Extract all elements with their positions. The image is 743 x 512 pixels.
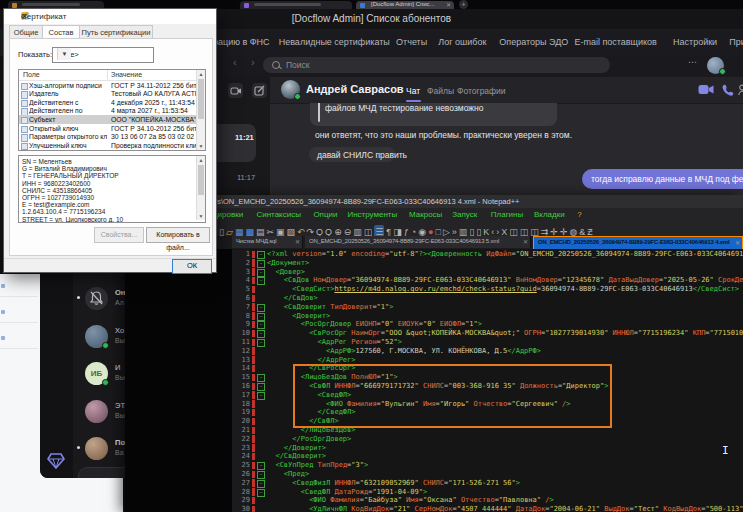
admin-nav-item-1[interactable]: Невалидные сертификаты bbox=[279, 37, 390, 47]
line-number: 4 bbox=[232, 276, 250, 285]
tab-close-icon[interactable]: ✕ bbox=[446, 1, 451, 8]
fold-marker-icon[interactable]: − bbox=[257, 471, 265, 479]
code-line-28: 28− <СведФЛ ДатаРожд="1991-04-09"> bbox=[232, 488, 743, 497]
line-number: 6 bbox=[232, 294, 250, 303]
admin-nav-item-6[interactable]: Настройки bbox=[673, 37, 717, 47]
notepad-tab-0[interactable]: Чистка МЧД.sql✕ bbox=[232, 236, 303, 248]
ok-button[interactable]: ОК bbox=[172, 259, 212, 274]
outgoing-message: тогда исправлю данные в МЧД под фейк из … bbox=[582, 169, 743, 189]
reply-quote-block[interactable]: но пока они не дадут нам архивы файлов М… bbox=[310, 103, 557, 126]
notepad-menu-help[interactable]: ? bbox=[577, 210, 581, 219]
back-arrow-icon[interactable]: ‹ bbox=[233, 56, 237, 68]
fold-marker-icon[interactable]: − bbox=[257, 330, 265, 338]
fold-marker-icon[interactable]: − bbox=[257, 251, 265, 259]
cert-field-row-3[interactable]: Действителен по4 марта 2027 г., 11:53:54 bbox=[19, 107, 197, 116]
fold-marker-icon[interactable]: − bbox=[257, 383, 265, 391]
divider bbox=[0, 296, 38, 297]
line-number: 1 bbox=[232, 250, 250, 259]
code-text: <Пред> bbox=[267, 470, 309, 479]
fold-marker-icon[interactable]: − bbox=[257, 489, 265, 497]
fold-marker-icon[interactable]: − bbox=[257, 269, 265, 277]
cert-field-row-5[interactable]: Открытый ключГОСТ Р 34.10-2012 256 бит (… bbox=[19, 124, 197, 133]
tab-files[interactable]: Файлы bbox=[427, 86, 454, 96]
fold-marker-icon[interactable]: − bbox=[257, 480, 265, 488]
admin-nav-item-0[interactable]: рацию в ФНС bbox=[213, 37, 270, 47]
fold-marker-icon[interactable]: − bbox=[257, 339, 265, 347]
cert-field-row-2[interactable]: Действителен с4 декабря 2025 г., 11:43:5… bbox=[19, 98, 197, 107]
dialog-title-bar[interactable]: Сертификат ✕ bbox=[4, 9, 216, 24]
fold-marker-icon[interactable]: − bbox=[257, 304, 265, 312]
tab-chat[interactable]: Чат bbox=[406, 86, 420, 96]
fold-marker-icon[interactable]: − bbox=[257, 462, 265, 470]
scroll-thumb[interactable] bbox=[198, 79, 204, 119]
add-member-icon[interactable] bbox=[738, 84, 743, 96]
tab-close-icon[interactable]: ✕ bbox=[523, 238, 528, 245]
notepad-tab-2[interactable]: ON_EMCHD_20250526_36094974-8B89-29FC-E06… bbox=[533, 236, 743, 249]
notepad-menu-5[interactable]: Запуск bbox=[452, 210, 477, 219]
cert-field-row-1[interactable]: ИздательТестовый АО КАЛУГА АСТРА... bbox=[19, 90, 197, 99]
fold-marker-icon[interactable]: − bbox=[257, 374, 265, 382]
scroll-down-icon[interactable]: ▼ bbox=[197, 142, 205, 150]
dialog-tab-page: Показать: <Все> ▼ Поле Значение Хэш-алго… bbox=[9, 38, 213, 256]
notepad-menu-3[interactable]: Инструменты bbox=[347, 210, 397, 219]
notepad-title-bar[interactable]: ds\ON_EMCHD_20250526_36094974-8B89-29FC-… bbox=[125, 195, 743, 208]
fold-marker-icon[interactable]: − bbox=[257, 260, 265, 268]
browser-tab-2[interactable] bbox=[240, 1, 352, 9]
copy-to-file-button[interactable]: Копировать в файл... bbox=[146, 227, 210, 243]
notepad-tab-1[interactable]: ON_EMCHD_20250526_36094974-8B89-29FC-E06… bbox=[305, 236, 531, 248]
fields-list[interactable]: Поле Значение Хэш-алгоритм подписиГОСТ Р… bbox=[18, 69, 206, 151]
scroll-down-icon[interactable]: ▼ bbox=[197, 212, 205, 220]
new-chat-button[interactable] bbox=[252, 83, 267, 98]
admin-nav-item-2[interactable]: Отчеты bbox=[396, 37, 427, 47]
new-call-button[interactable] bbox=[228, 83, 243, 98]
admin-nav-item-4[interactable]: Операторы ЭДО bbox=[499, 37, 568, 47]
details-box[interactable]: SN = МелентьевG = Виталий ВладимировичT … bbox=[18, 155, 206, 223]
detail-line-7: 1.2.643.100.4 = 7715196234 bbox=[22, 208, 105, 215]
notepad-menu-2[interactable]: Опции bbox=[313, 210, 337, 219]
fold-marker-icon[interactable]: − bbox=[257, 392, 265, 400]
scroll-up-icon[interactable]: ▲ bbox=[197, 70, 205, 78]
new-tab-button[interactable]: + bbox=[459, 0, 468, 9]
fold-marker-icon[interactable]: − bbox=[257, 277, 265, 285]
fold-marker-icon[interactable]: − bbox=[257, 313, 265, 321]
tab-photos[interactable]: Фотографии bbox=[457, 86, 506, 96]
list-scrollbar[interactable]: ▲ ▼ bbox=[196, 70, 205, 150]
show-label: Показать: bbox=[18, 50, 52, 59]
scroll-up-icon[interactable]: ▲ bbox=[197, 156, 205, 164]
details-scrollbar[interactable]: ▲ ▼ bbox=[196, 156, 205, 220]
phone-call-icon[interactable] bbox=[722, 84, 734, 96]
code-text: <УдЛичнФЛ КодВидДок="21" СерНомДок="4507… bbox=[267, 505, 743, 512]
close-icon[interactable]: ✕ bbox=[21, 12, 210, 21]
line-number: 8 bbox=[232, 312, 250, 321]
search-input[interactable]: Поиск bbox=[263, 57, 610, 73]
scroll-thumb[interactable] bbox=[198, 165, 204, 195]
cert-field-row-0[interactable]: Хэш-алгоритм подписиГОСТ Р 34.11-2012 25… bbox=[19, 81, 197, 90]
annotation-rectangle bbox=[293, 364, 612, 428]
premium-diamond-icon[interactable] bbox=[47, 453, 65, 469]
admin-nav-item-7[interactable]: Приглашения bbox=[729, 37, 743, 47]
browser-tab-active[interactable]: [Docflow Admin] Спис... ✕ bbox=[356, 1, 454, 9]
change-marker bbox=[252, 418, 255, 426]
video-call-icon[interactable] bbox=[698, 84, 714, 95]
notepad-menu-1[interactable]: Синтаксисы bbox=[256, 210, 301, 219]
notepad-menu-7[interactable]: Вкладки bbox=[534, 210, 565, 219]
admin-nav-item-3[interactable]: Лог ошибок bbox=[438, 37, 486, 47]
show-dropdown[interactable]: <Все> ▼ bbox=[52, 47, 154, 63]
notepad-menu-6[interactable]: Плагины bbox=[491, 210, 523, 219]
code-line-4: 4− <СвДов НомДовер="36094974-8B89-29FC-E… bbox=[232, 276, 743, 285]
more-menu-icon[interactable]: ⋯ bbox=[688, 57, 698, 67]
field-name: Субъект bbox=[29, 116, 107, 123]
cert-field-row-6[interactable]: Параметры открытого кл...30 13 06 07 2a … bbox=[19, 133, 197, 142]
detail-line-2: T = ГЕНЕРАЛЬНЫЙ ДИРЕКТОР bbox=[22, 172, 119, 179]
fold-marker-icon[interactable]: − bbox=[257, 321, 265, 329]
tab-close-icon[interactable]: ✕ bbox=[295, 238, 300, 245]
notepad-menu-4[interactable]: Макросы bbox=[409, 210, 442, 219]
cert-field-row-4[interactable]: СубъектООО "КОПЕЙКА-МОСКВА", О... bbox=[19, 115, 197, 124]
detail-line-0: SN = Мелентьев bbox=[22, 158, 72, 165]
admin-nav-item-5[interactable]: E-mail поставщиков bbox=[574, 37, 656, 47]
unread-dot bbox=[77, 296, 80, 299]
line-number: 30 bbox=[232, 505, 250, 512]
forward-arrow-icon[interactable]: › bbox=[251, 56, 255, 68]
cert-field-row-7[interactable]: Улучшенный ключПроверка подлинности клие… bbox=[19, 141, 197, 150]
tab-close-icon[interactable]: ✕ bbox=[735, 239, 740, 246]
